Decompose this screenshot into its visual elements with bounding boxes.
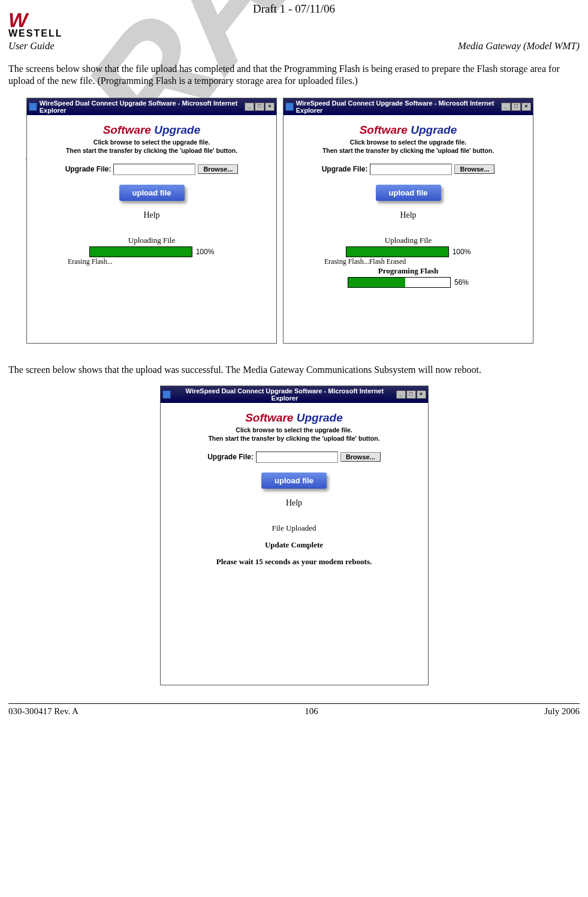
page-title: Software Upgrade (32, 124, 272, 137)
minimize-button[interactable]: _ (245, 103, 254, 111)
minimize-button[interactable]: _ (501, 103, 511, 111)
subtitle-line-1: Click browse to select the upgrade file. (350, 139, 466, 146)
subtitle-line-2: Then start the transfer by clicking the … (208, 435, 379, 442)
ie-app-icon (285, 103, 294, 111)
ie-app-icon (29, 103, 37, 111)
upgrade-file-input[interactable] (370, 164, 452, 175)
maximize-button[interactable]: □ (511, 103, 521, 111)
paragraph-1: The screens below show that the file upl… (8, 63, 580, 87)
close-button[interactable]: × (265, 103, 275, 111)
footer-pagenum: 106 (304, 706, 318, 717)
page-title: Software Upgrade (165, 411, 423, 425)
window-title: WireSpeed Dual Connect Upgrade Software … (173, 387, 396, 402)
logo-brand: WESTELL (8, 28, 62, 39)
window-title: WireSpeed Dual Connect Upgrade Software … (40, 100, 245, 114)
flash-progress-bar (348, 277, 451, 288)
subtitle-line-2: Then start the transfer by clicking the … (66, 147, 237, 154)
header-right: Media Gateway (Model WMT) (458, 40, 580, 52)
status-text: Erasing Flash...Flash Erased (324, 257, 528, 266)
uploading-file-label: Uploading File (288, 236, 528, 245)
upload-progress-percent: 100% (196, 248, 215, 256)
status-text: Erasing Flash... (68, 257, 272, 266)
subtitle-line-1: Click browse to select the upgrade file. (236, 426, 352, 434)
brand-logo: W WESTELL (8, 12, 62, 39)
reboot-wait-msg: Please wait 15 seconds as your modem reb… (165, 557, 423, 567)
screenshot-2: WireSpeed Dual Connect Upgrade Software … (283, 98, 533, 344)
window-titlebar: WireSpeed Dual Connect Upgrade Software … (284, 98, 533, 115)
logo-mark: W (8, 12, 62, 28)
programing-flash-label: Programing Flash (288, 266, 528, 276)
minimize-button[interactable]: _ (396, 390, 406, 399)
browse-button[interactable]: Browse... (454, 164, 494, 174)
upgrade-file-label: Upgrade File: (65, 165, 111, 173)
screenshot-3: WireSpeed Dual Connect Upgrade Software … (160, 386, 429, 685)
upload-file-button[interactable]: upload file (119, 185, 185, 201)
maximize-button[interactable]: □ (406, 390, 416, 399)
upgrade-file-input[interactable] (256, 451, 338, 463)
help-link[interactable]: Help (165, 498, 423, 508)
upload-progress-percent: 100% (453, 248, 471, 256)
page-title: Software Upgrade (288, 124, 528, 137)
paragraph-2: The screen below shows that the upload w… (8, 364, 580, 376)
upload-file-button[interactable]: upload file (261, 472, 327, 489)
upgrade-file-label: Upgrade File: (322, 165, 368, 173)
subtitle-line-1: Click browse to select the upgrade file. (94, 139, 210, 146)
upload-progress-bar (346, 246, 449, 257)
upgrade-file-input[interactable] (113, 164, 195, 175)
update-complete-msg: Update Complete (165, 540, 423, 550)
upload-progress-bar (89, 246, 192, 257)
browse-button[interactable]: Browse... (198, 164, 238, 174)
close-button[interactable]: × (417, 390, 426, 399)
upgrade-file-label: Upgrade File: (207, 453, 254, 461)
ie-app-icon (162, 390, 171, 399)
help-link[interactable]: Help (32, 210, 272, 220)
upload-file-button[interactable]: upload file (376, 185, 441, 201)
flash-progress-percent: 56% (454, 278, 469, 287)
browse-button[interactable]: Browse... (340, 452, 381, 462)
subtitle-line-2: Then start the transfer by clicking the … (322, 147, 494, 154)
window-title: WireSpeed Dual Connect Upgrade Software … (296, 100, 501, 114)
window-titlebar: WireSpeed Dual Connect Upgrade Software … (161, 386, 428, 403)
uploading-file-label: Uploading File (32, 236, 272, 245)
footer-rule (8, 703, 580, 704)
maximize-button[interactable]: □ (255, 103, 264, 111)
file-uploaded-msg: File Uploaded (165, 523, 423, 533)
header-left: User Guide (8, 40, 55, 52)
footer-date: July 2006 (544, 706, 580, 717)
screenshot-1: WireSpeed Dual Connect Upgrade Software … (26, 98, 277, 344)
window-titlebar: WireSpeed Dual Connect Upgrade Software … (27, 98, 276, 115)
footer-docnum: 030-300417 Rev. A (8, 706, 79, 717)
close-button[interactable]: × (521, 103, 531, 111)
help-link[interactable]: Help (288, 210, 528, 220)
